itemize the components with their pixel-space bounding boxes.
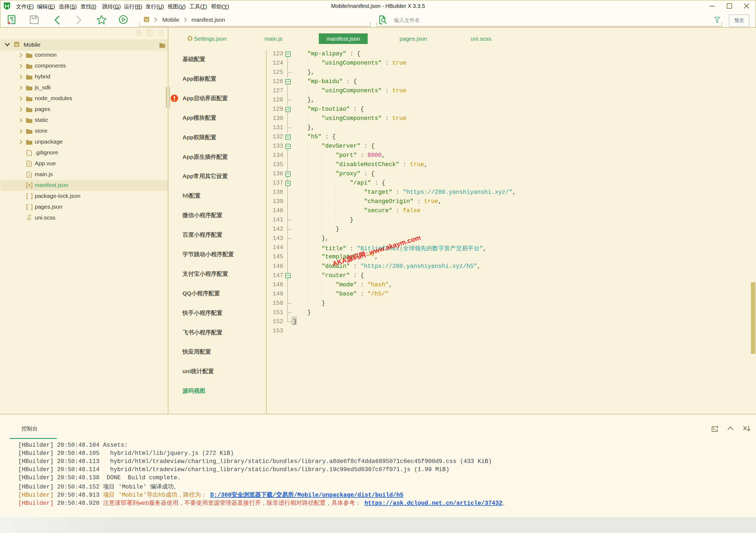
svg-text:V: V xyxy=(28,162,30,165)
svg-text:J: J xyxy=(29,173,30,177)
